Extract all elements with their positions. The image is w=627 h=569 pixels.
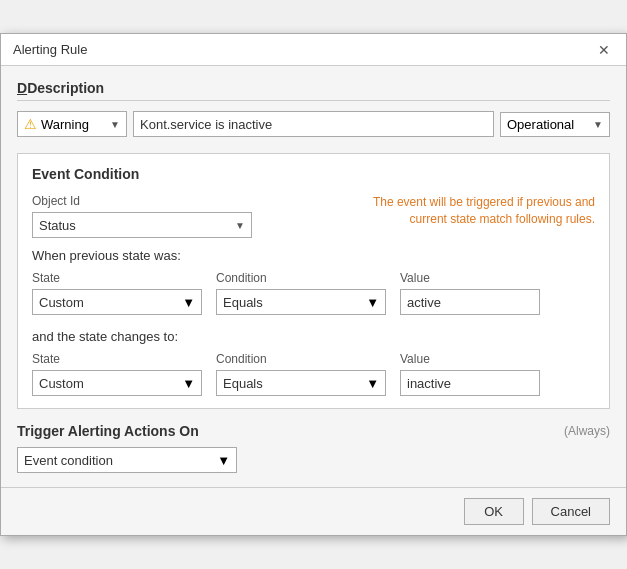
operational-label: Operational xyxy=(507,117,574,132)
previous-condition-arrow: ▼ xyxy=(366,295,379,310)
object-id-left: Object Id Status ▼ xyxy=(32,194,355,238)
previous-state-field: State Custom ▼ xyxy=(32,271,202,315)
warning-select[interactable]: ⚠ Warning ▼ xyxy=(17,111,127,137)
description-section-title: DDescription xyxy=(17,80,610,101)
trigger-select-arrow: ▼ xyxy=(217,453,230,468)
current-value-label: Value xyxy=(400,352,540,366)
operational-select[interactable]: Operational ▼ xyxy=(500,112,610,137)
current-state-label-text: State xyxy=(32,352,202,366)
trigger-select-value: Event condition xyxy=(24,453,217,468)
dialog-footer: OK Cancel xyxy=(1,487,626,535)
operational-dropdown-arrow: ▼ xyxy=(593,119,603,130)
object-id-arrow: ▼ xyxy=(235,220,245,231)
current-condition-label: Condition xyxy=(216,352,386,366)
previous-condition-value: Equals xyxy=(223,295,366,310)
object-id-select[interactable]: Status ▼ xyxy=(32,212,252,238)
current-state-label: and the state changes to: xyxy=(32,329,595,344)
previous-state-row: State Custom ▼ Condition Equals ▼ Value xyxy=(32,271,595,315)
trigger-select[interactable]: Event condition ▼ xyxy=(17,447,237,473)
previous-state-arrow: ▼ xyxy=(182,295,195,310)
event-condition-title: Event Condition xyxy=(32,166,595,182)
current-state-select[interactable]: Custom ▼ xyxy=(32,370,202,396)
object-id-row: Object Id Status ▼ The event will be tri… xyxy=(32,194,595,238)
previous-condition-field: Condition Equals ▼ xyxy=(216,271,386,315)
event-condition-section: Event Condition Object Id Status ▼ The e… xyxy=(17,153,610,409)
trigger-info-text: The event will be triggered if previous … xyxy=(355,194,595,228)
previous-value-label: Value xyxy=(400,271,540,285)
previous-value-field: Value xyxy=(400,271,540,315)
warning-icon: ⚠ xyxy=(24,116,37,132)
dialog-title: Alerting Rule xyxy=(13,42,87,57)
description-input[interactable] xyxy=(133,111,494,137)
current-value-field: Value xyxy=(400,352,540,396)
always-label: (Always) xyxy=(564,424,610,438)
previous-state-label-text: State xyxy=(32,271,202,285)
current-condition-arrow: ▼ xyxy=(366,376,379,391)
warning-label: Warning xyxy=(41,117,89,132)
trigger-section-title: Trigger Alerting Actions On xyxy=(17,423,199,439)
object-id-label: Object Id xyxy=(32,194,355,208)
current-condition-select[interactable]: Equals ▼ xyxy=(216,370,386,396)
close-button[interactable]: ✕ xyxy=(594,43,614,57)
previous-condition-select[interactable]: Equals ▼ xyxy=(216,289,386,315)
current-state-field: State Custom ▼ xyxy=(32,352,202,396)
title-bar: Alerting Rule ✕ xyxy=(1,34,626,66)
description-row: ⚠ Warning ▼ Operational ▼ xyxy=(17,111,610,137)
ok-button[interactable]: OK xyxy=(464,498,524,525)
warning-dropdown-arrow: ▼ xyxy=(110,119,120,130)
previous-value-input[interactable] xyxy=(400,289,540,315)
cancel-button[interactable]: Cancel xyxy=(532,498,610,525)
current-condition-value: Equals xyxy=(223,376,366,391)
current-condition-field: Condition Equals ▼ xyxy=(216,352,386,396)
current-state-row: State Custom ▼ Condition Equals ▼ Value xyxy=(32,352,595,396)
previous-condition-label: Condition xyxy=(216,271,386,285)
previous-state-value: Custom xyxy=(39,295,182,310)
current-value-input[interactable] xyxy=(400,370,540,396)
previous-state-select[interactable]: Custom ▼ xyxy=(32,289,202,315)
object-id-value: Status xyxy=(39,218,235,233)
current-state-value: Custom xyxy=(39,376,182,391)
current-state-arrow: ▼ xyxy=(182,376,195,391)
alerting-rule-dialog: Alerting Rule ✕ DDescription ⚠ Warning ▼… xyxy=(0,33,627,536)
trigger-section: Trigger Alerting Actions On (Always) xyxy=(17,423,610,439)
previous-state-label: When previous state was: xyxy=(32,248,595,263)
dialog-body: DDescription ⚠ Warning ▼ Operational ▼ E… xyxy=(1,66,626,487)
